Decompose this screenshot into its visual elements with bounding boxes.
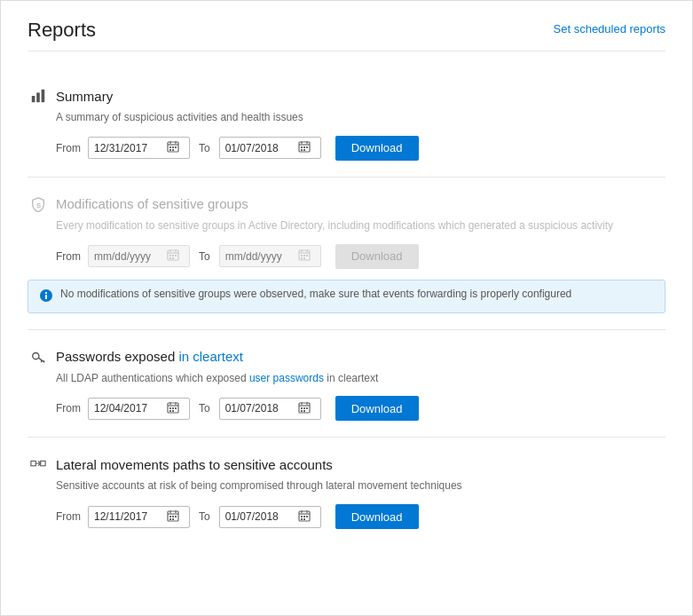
to-calendar-icon-lateral-movements[interactable] <box>298 509 311 525</box>
to-date-input-sensitive-groups <box>225 250 296 263</box>
to-calendar-icon-cleartext[interactable] <box>298 401 311 416</box>
svg-rect-19 <box>301 149 303 151</box>
key-icon <box>28 346 49 367</box>
svg-rect-60 <box>301 407 303 409</box>
svg-rect-16 <box>301 146 303 148</box>
to-date-input-summary[interactable] <box>225 142 296 154</box>
shield-s-icon: S <box>28 193 49 215</box>
svg-rect-35 <box>301 255 303 257</box>
svg-rect-41 <box>45 295 47 299</box>
to-date-wrap-lateral-movements <box>219 506 321 528</box>
svg-rect-38 <box>301 257 303 259</box>
title-highlight: in cleartext <box>178 349 243 364</box>
svg-rect-36 <box>303 255 305 257</box>
to-date-wrap-cleartext <box>219 398 321 420</box>
svg-rect-76 <box>172 518 174 520</box>
report-section-lateral-movements: Lateral movements paths to sensitive acc… <box>28 438 665 545</box>
info-message-text: No modifications of sensitive groups wer… <box>60 288 571 300</box>
svg-rect-85 <box>303 518 305 520</box>
from-date-wrap-cleartext <box>88 398 190 420</box>
from-date-input-cleartext[interactable] <box>94 402 165 415</box>
svg-point-43 <box>33 352 39 359</box>
svg-rect-51 <box>169 407 171 409</box>
info-box-sensitive-groups: No modifications of sensitive groups wer… <box>28 280 665 313</box>
bar-chart-icon <box>28 85 49 107</box>
to-calendar-icon-summary[interactable] <box>298 140 311 155</box>
svg-rect-27 <box>172 255 174 257</box>
set-scheduled-reports-link[interactable]: Set scheduled reports <box>554 19 665 36</box>
svg-rect-2 <box>42 90 45 102</box>
from-calendar-icon-sensitive-groups <box>167 249 179 264</box>
page-header: Reports Set scheduled reports <box>28 19 665 51</box>
desc-highlight: user passwords <box>249 372 324 384</box>
svg-rect-66 <box>41 462 45 466</box>
download-button-cleartext[interactable]: Download <box>335 396 419 421</box>
to-label: To <box>199 510 210 523</box>
svg-rect-64 <box>303 410 305 412</box>
download-button-lateral-movements[interactable]: Download <box>335 504 419 529</box>
svg-rect-9 <box>175 146 177 148</box>
svg-rect-1 <box>36 92 40 102</box>
to-label: To <box>199 402 210 415</box>
from-calendar-icon-cleartext[interactable] <box>167 401 179 416</box>
date-row-lateral-movements: From To Download <box>56 504 665 529</box>
svg-rect-7 <box>169 146 171 148</box>
download-button-summary[interactable]: Download <box>335 136 419 161</box>
svg-rect-55 <box>172 410 174 412</box>
from-calendar-icon-summary[interactable] <box>167 140 179 155</box>
report-title-cleartext: Passwords exposed in cleartext <box>56 349 243 364</box>
to-label: To <box>199 250 210 263</box>
svg-rect-30 <box>172 257 174 259</box>
from-label: From <box>56 250 81 263</box>
from-date-input-summary[interactable] <box>94 142 165 154</box>
date-row-summary: From To Download <box>56 136 665 161</box>
report-description-cleartext: All LDAP authentications which exposed u… <box>56 371 665 386</box>
svg-text:S: S <box>36 201 42 209</box>
report-title-sensitive-groups: Modifications of sensitive groups <box>56 196 248 211</box>
svg-rect-81 <box>301 516 303 517</box>
svg-rect-54 <box>169 410 171 412</box>
report-header-summary: Summary <box>28 85 665 107</box>
svg-rect-8 <box>172 146 174 148</box>
svg-rect-53 <box>175 407 177 409</box>
report-header-lateral-movements: Lateral movements paths to sensitive acc… <box>28 454 665 475</box>
from-date-input-lateral-movements[interactable] <box>94 510 165 523</box>
from-label: From <box>56 510 81 523</box>
report-header-cleartext: Passwords exposed in cleartext <box>28 346 665 367</box>
svg-rect-82 <box>303 516 305 517</box>
svg-rect-72 <box>169 516 171 517</box>
reports-container: SummaryA summary of suspicious activitie… <box>28 69 665 545</box>
from-date-wrap-sensitive-groups <box>88 245 190 267</box>
from-date-wrap-lateral-movements <box>88 506 190 528</box>
svg-rect-75 <box>169 518 171 520</box>
svg-rect-10 <box>169 149 171 151</box>
from-label: From <box>56 402 81 415</box>
from-date-input-sensitive-groups <box>94 250 165 263</box>
page-title: Reports <box>28 19 96 42</box>
svg-rect-65 <box>31 462 35 466</box>
to-calendar-icon-sensitive-groups <box>298 249 311 264</box>
svg-rect-37 <box>306 255 308 257</box>
from-date-wrap-summary <box>88 137 190 159</box>
report-description-sensitive-groups: Every modification to sensitive groups i… <box>56 218 665 233</box>
report-title-summary: Summary <box>56 89 113 104</box>
lateral-icon <box>28 454 49 475</box>
to-date-wrap-sensitive-groups <box>219 245 321 267</box>
svg-rect-73 <box>172 516 174 517</box>
report-header-sensitive-groups: S Modifications of sensitive groups <box>28 193 665 215</box>
svg-rect-20 <box>303 149 305 151</box>
svg-rect-0 <box>32 96 35 102</box>
report-section-cleartext: Passwords exposed in cleartextAll LDAP a… <box>28 330 665 438</box>
svg-rect-74 <box>175 516 177 517</box>
report-section-summary: SummaryA summary of suspicious activitie… <box>28 69 665 178</box>
svg-rect-26 <box>169 255 171 257</box>
date-row-sensitive-groups: From To Download <box>56 244 665 269</box>
page-container: Reports Set scheduled reports SummaryA s… <box>0 0 693 616</box>
from-calendar-icon-lateral-movements[interactable] <box>167 509 179 525</box>
to-date-input-cleartext[interactable] <box>225 402 296 415</box>
svg-rect-11 <box>172 149 174 151</box>
svg-rect-42 <box>45 292 47 294</box>
report-title-lateral-movements: Lateral movements paths to sensitive acc… <box>56 457 333 472</box>
to-date-input-lateral-movements[interactable] <box>225 510 296 523</box>
date-row-cleartext: From To Download <box>56 396 665 421</box>
